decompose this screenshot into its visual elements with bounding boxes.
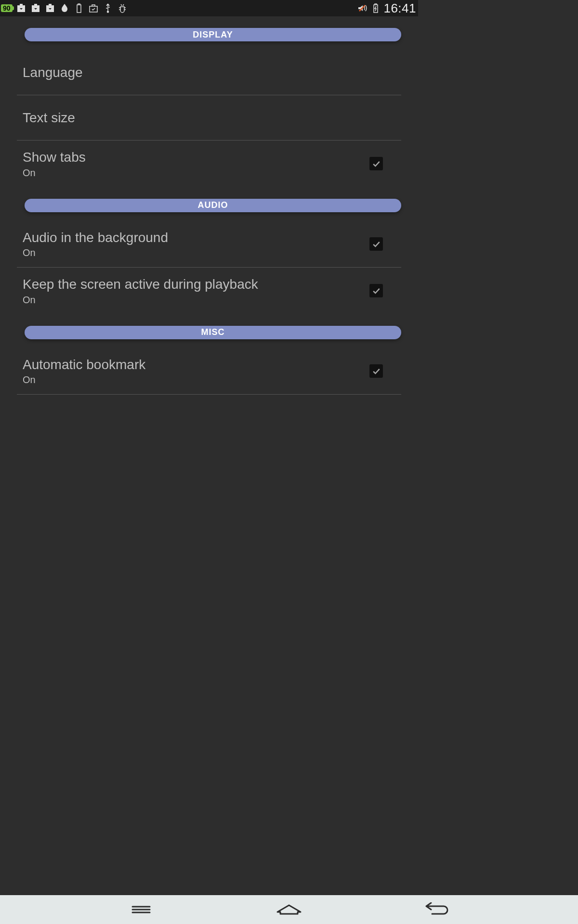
settings-list: DISPLAY Language Text size Show tabs On … bbox=[0, 28, 418, 395]
download-box-icon bbox=[15, 2, 27, 14]
battery-percent-badge: 90 bbox=[1, 4, 13, 12]
status-time: 16:41 bbox=[383, 1, 417, 16]
row-title: Text size bbox=[23, 110, 396, 126]
android-debug-icon bbox=[117, 2, 128, 14]
status-right: 16:41 bbox=[356, 1, 417, 16]
row-show-tabs[interactable]: Show tabs On bbox=[17, 141, 401, 187]
battery-outline-icon bbox=[73, 2, 85, 14]
checkbox-show-tabs[interactable] bbox=[369, 157, 383, 170]
checkbox-audio-background[interactable] bbox=[369, 237, 383, 251]
row-title: Language bbox=[23, 64, 396, 81]
checkbox-auto-bookmark[interactable] bbox=[369, 364, 383, 378]
section-header-display: DISPLAY bbox=[25, 28, 401, 41]
row-auto-bookmark[interactable]: Automatic bookmark On bbox=[17, 348, 401, 395]
download-box-icon bbox=[30, 2, 41, 14]
row-subtitle: On bbox=[23, 167, 369, 179]
checkbox-screen-active[interactable] bbox=[369, 284, 383, 297]
usb-icon bbox=[102, 2, 114, 14]
section-header-misc: MISC bbox=[25, 326, 401, 339]
section-header-audio: AUDIO bbox=[25, 199, 401, 212]
row-title: Show tabs bbox=[23, 149, 369, 166]
row-subtitle: On bbox=[23, 247, 369, 258]
row-audio-background[interactable]: Audio in the background On bbox=[17, 221, 401, 268]
row-title: Automatic bookmark bbox=[23, 357, 369, 373]
row-language[interactable]: Language bbox=[17, 50, 401, 95]
row-subtitle: On bbox=[23, 374, 369, 385]
row-subtitle: On bbox=[23, 295, 369, 306]
water-drop-icon bbox=[59, 2, 70, 14]
volume-muted-icon bbox=[356, 2, 368, 14]
status-left: 90 bbox=[1, 2, 128, 14]
row-text-size[interactable]: Text size bbox=[17, 95, 401, 141]
row-title: Audio in the background bbox=[23, 230, 369, 246]
row-title: Keep the screen active during playback bbox=[23, 276, 369, 293]
download-box-icon bbox=[44, 2, 56, 14]
row-screen-active[interactable]: Keep the screen active during playback O… bbox=[17, 268, 401, 314]
status-bar: 90 bbox=[0, 0, 418, 16]
battery-charging-icon bbox=[370, 2, 381, 14]
briefcase-check-icon bbox=[88, 2, 99, 14]
